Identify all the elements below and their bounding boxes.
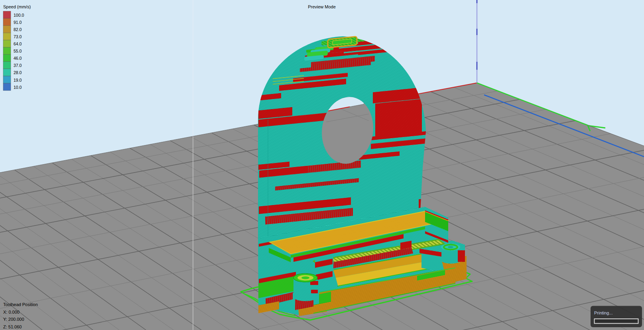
- svg-text:46.0: 46.0: [14, 56, 22, 61]
- svg-text:91.0: 91.0: [14, 20, 22, 25]
- svg-text:82.0: 82.0: [14, 27, 22, 32]
- svg-text:Toolhead Position: Toolhead Position: [3, 302, 38, 307]
- svg-text:19.0: 19.0: [14, 78, 22, 82]
- svg-text:X: 0.000: X: 0.000: [3, 310, 20, 314]
- svg-text:Preview Mode: Preview Mode: [308, 4, 336, 9]
- svg-text:100.0: 100.0: [14, 13, 24, 18]
- svg-text:Z: 51.060: Z: 51.060: [3, 324, 22, 329]
- svg-text:Y: 200.000: Y: 200.000: [3, 317, 24, 322]
- svg-text:Speed (mm/s): Speed (mm/s): [3, 4, 31, 9]
- svg-text:10.0: 10.0: [14, 85, 22, 90]
- svg-text:73.0: 73.0: [14, 34, 22, 39]
- svg-text:64.0: 64.0: [14, 41, 22, 46]
- svg-text:Printing...: Printing...: [594, 310, 612, 315]
- svg-text:55.0: 55.0: [14, 49, 22, 53]
- svg-text:28.0: 28.0: [14, 70, 22, 75]
- svg-text:37.0: 37.0: [14, 63, 22, 68]
